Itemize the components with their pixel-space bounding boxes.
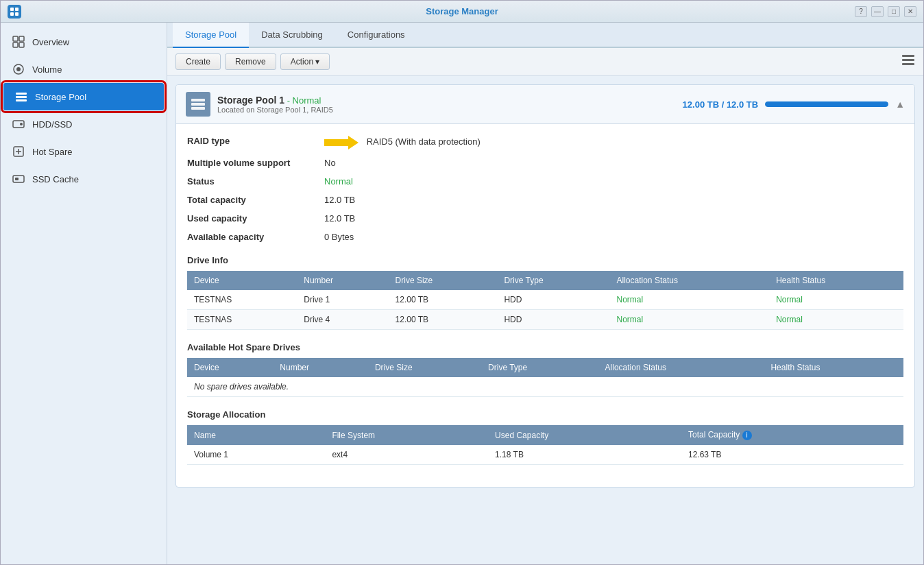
pool-header-right: 12.00 TB / 12.0 TB ▲ — [683, 99, 905, 110]
hs-col-type: Drive Type — [481, 358, 598, 377]
tab-storage-pool[interactable]: Storage Pool — [173, 23, 249, 48]
info-icon: i — [742, 431, 752, 440]
sidebar-label-hdd-ssd: HDD/SSD — [32, 119, 73, 130]
sidebar-item-ssd-cache[interactable]: SSD Cache — [1, 165, 167, 193]
info-grid: RAID type RAID5 (With data protection) M… — [187, 134, 903, 244]
total-capacity-value: 12.0 TB — [324, 193, 903, 207]
toolbar-right — [901, 53, 915, 70]
drive-info-title: Drive Info — [187, 255, 903, 265]
svg-rect-1 — [15, 8, 19, 11]
app-title: Storage Manager — [426, 6, 498, 16]
sidebar-item-volume[interactable]: Volume — [1, 56, 167, 83]
hs-col-health: Health Status — [764, 358, 903, 377]
available-capacity-label: Available capacity — [187, 230, 324, 244]
col-device: Device — [187, 271, 297, 290]
raid-arrow-annotation — [324, 136, 358, 149]
sidebar: Overview Volume Storage Pool — [1, 23, 167, 564]
create-button[interactable]: Create — [175, 53, 221, 70]
cell-size: 12.00 TB — [389, 310, 498, 330]
pool-subtitle: Located on Storage Pool 1, RAID5 — [217, 106, 333, 114]
hs-col-number: Number — [273, 358, 368, 377]
cell-used: 1.18 TB — [488, 445, 681, 465]
close-button[interactable]: ✕ — [904, 6, 916, 17]
sidebar-item-overview[interactable]: Overview — [1, 28, 167, 56]
sidebar-item-storage-pool[interactable]: Storage Pool — [3, 83, 164, 110]
action-button[interactable]: Action ▾ — [280, 53, 330, 70]
table-row: Volume 1 ext4 1.18 TB 12.63 TB — [187, 445, 903, 465]
maximize-button[interactable]: □ — [888, 6, 900, 17]
cell-number: Drive 1 — [297, 290, 388, 310]
svg-rect-4 — [13, 36, 18, 41]
svg-rect-23 — [191, 99, 205, 101]
svg-rect-11 — [16, 96, 27, 98]
pool-status: - Normal — [287, 95, 321, 106]
app-icon — [8, 5, 21, 19]
sa-col-fs: File System — [325, 425, 488, 445]
sidebar-item-hdd-ssd[interactable]: HDD/SSD — [1, 110, 167, 138]
tab-configurations[interactable]: Configurations — [335, 23, 417, 48]
sidebar-label-storage-pool: Storage Pool — [35, 92, 86, 102]
svg-point-14 — [20, 123, 23, 125]
hot-spare-icon — [12, 145, 25, 158]
svg-rect-21 — [902, 59, 914, 61]
sidebar-label-hot-spare: Hot Spare — [32, 147, 73, 157]
col-alloc-status: Allocation Status — [610, 271, 770, 290]
pool-name: Storage Pool 1 — [217, 95, 284, 106]
sidebar-item-hot-spare[interactable]: Hot Spare — [1, 138, 167, 165]
raid-type-label: RAID type — [187, 134, 324, 152]
ssd-cache-icon — [12, 172, 25, 186]
sa-col-used: Used Capacity — [488, 425, 681, 445]
drive-info-table: Device Number Drive Size Drive Type Allo… — [187, 271, 903, 330]
svg-rect-10 — [16, 93, 27, 95]
cell-size: 12.00 TB — [389, 290, 498, 310]
hs-col-device: Device — [187, 358, 273, 377]
status-value: Normal — [324, 174, 903, 189]
tab-data-scrubbing[interactable]: Data Scrubbing — [249, 23, 335, 48]
raid-type-value: RAID5 (With data protection) — [324, 134, 903, 152]
svg-rect-24 — [191, 103, 205, 106]
hs-col-size: Drive Size — [368, 358, 481, 377]
svg-rect-7 — [19, 43, 24, 47]
hot-spare-empty-row: No spare drives available. — [187, 377, 903, 397]
volume-icon — [12, 62, 25, 76]
scroll-area[interactable]: Storage Pool 1 - Normal Located on Stora… — [167, 76, 923, 564]
used-capacity-label: Used capacity — [187, 211, 324, 226]
col-number: Number — [297, 271, 388, 290]
window-controls[interactable]: ? — □ ✕ — [855, 6, 916, 17]
svg-rect-19 — [15, 178, 19, 180]
available-capacity-value: 0 Bytes — [324, 230, 903, 244]
sidebar-label-volume: Volume — [32, 64, 62, 75]
view-toggle-icon[interactable] — [901, 53, 915, 70]
hot-spare-header-row: Device Number Drive Size Drive Type Allo… — [187, 358, 903, 377]
remove-button[interactable]: Remove — [225, 53, 276, 70]
cell-device: TESTNAS — [187, 310, 297, 330]
capacity-bar-container — [765, 101, 888, 107]
collapse-button[interactable]: ▲ — [895, 99, 905, 110]
cell-health-status: Normal — [769, 310, 903, 330]
svg-rect-0 — [10, 8, 14, 11]
svg-point-9 — [16, 67, 21, 71]
pool-icon — [186, 92, 210, 117]
pool-header: Storage Pool 1 - Normal Located on Stora… — [176, 85, 914, 124]
pool-body: RAID type RAID5 (With data protection) M… — [176, 124, 914, 487]
hot-spare-table: Device Number Drive Size Drive Type Allo… — [187, 358, 903, 397]
hs-col-alloc: Allocation Status — [598, 358, 764, 377]
svg-rect-3 — [15, 12, 19, 16]
sa-col-total: Total Capacity i — [681, 425, 903, 445]
table-row: TESTNAS Drive 4 12.00 TB HDD Normal Norm… — [187, 310, 903, 330]
pool-title-area: Storage Pool 1 - Normal Located on Stora… — [217, 95, 333, 114]
hdd-ssd-icon — [12, 117, 25, 131]
multi-volume-value: No — [324, 156, 903, 170]
toolbar: Create Remove Action ▾ — [167, 48, 923, 76]
cell-type: HDD — [497, 310, 609, 330]
content-area: Storage Pool Data Scrubbing Configuratio… — [167, 23, 923, 564]
help-button[interactable]: ? — [855, 6, 867, 17]
col-drive-size: Drive Size — [389, 271, 498, 290]
minimize-button[interactable]: — — [871, 6, 884, 17]
used-capacity-value: 12.0 TB — [324, 211, 903, 226]
tab-bar: Storage Pool Data Scrubbing Configuratio… — [167, 23, 923, 48]
total-capacity-label: Total capacity — [187, 193, 324, 207]
col-health-status: Health Status — [769, 271, 903, 290]
cell-health-status: Normal — [769, 290, 903, 310]
pool-title-line: Storage Pool 1 - Normal — [217, 95, 333, 106]
